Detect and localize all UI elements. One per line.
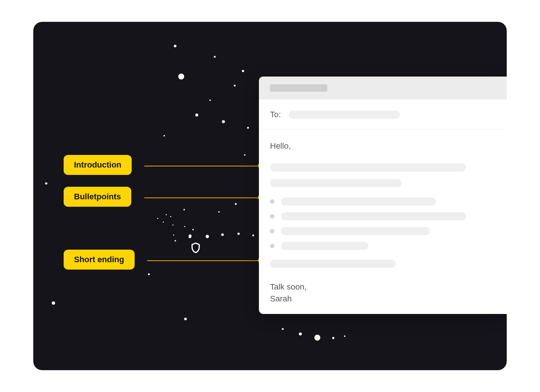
- star-dot: [222, 120, 225, 123]
- annotation-introduction: Introduction: [64, 155, 132, 175]
- star-dot: [282, 328, 284, 330]
- connector-line: [144, 197, 259, 198]
- star-dot: [163, 222, 164, 223]
- star-dot: [183, 209, 185, 210]
- star-dot: [52, 301, 55, 305]
- bullet-dot-icon: [270, 244, 274, 248]
- signoff-line: Talk soon,: [270, 281, 496, 293]
- email-signoff: Talk soon, Sarah: [270, 281, 496, 305]
- bullet-text-placeholder: [281, 242, 368, 250]
- star-dot: [163, 135, 165, 136]
- email-greeting: Hello,: [270, 141, 496, 151]
- star-dot: [175, 240, 176, 241]
- star-dot: [235, 203, 237, 205]
- intro-line: [270, 163, 466, 172]
- star-dot: [195, 114, 198, 116]
- annotation-bulletpoints: Bulletpoints: [64, 187, 131, 207]
- ending-line: [270, 260, 396, 268]
- star-dot: [247, 127, 249, 129]
- star-dot: [209, 99, 211, 101]
- star-dot: [184, 226, 185, 227]
- subject-placeholder: [270, 84, 327, 92]
- star-dot: [214, 56, 216, 58]
- star-dot: [170, 216, 171, 217]
- star-dot: [252, 234, 254, 236]
- star-dot: [178, 74, 184, 80]
- intro-line: [270, 179, 402, 187]
- star-dot: [242, 70, 244, 72]
- star-dot: [148, 273, 150, 275]
- bullet-dot-icon: [270, 229, 274, 233]
- bullet-item: [270, 227, 496, 235]
- star-dot: [234, 85, 236, 87]
- recipient-placeholder: [289, 111, 400, 119]
- star-dot: [221, 233, 224, 236]
- star-dot: [244, 154, 246, 156]
- star-dot: [206, 235, 209, 238]
- bullet-dot-icon: [270, 214, 274, 219]
- bullet-dot-icon: [270, 199, 274, 204]
- star-dot: [157, 218, 158, 219]
- star-dot: [184, 318, 187, 320]
- star-dot: [332, 337, 334, 339]
- illustration-canvas: Introduction Bulletpoints Short ending T…: [33, 22, 507, 370]
- email-to-row: To:: [259, 99, 507, 129]
- star-dot: [192, 229, 194, 230]
- to-label: To:: [270, 110, 281, 119]
- shield-icon: [191, 242, 200, 255]
- star-dot: [344, 335, 345, 337]
- star-dot: [237, 233, 240, 235]
- star-dot: [173, 234, 174, 236]
- email-body: Hello,: [259, 129, 507, 305]
- email-titlebar: [259, 77, 507, 99]
- star-dot: [299, 332, 302, 335]
- connector-line: [144, 166, 259, 166]
- bullet-item: [270, 242, 496, 250]
- star-dot: [189, 234, 192, 237]
- star-dot: [166, 214, 167, 215]
- star-dot: [314, 335, 320, 341]
- connector-line: [147, 260, 259, 261]
- star-dot: [218, 211, 220, 213]
- bullet-text-placeholder: [281, 197, 436, 206]
- bullet-item: [270, 197, 496, 206]
- star-dot: [172, 224, 173, 226]
- signoff-name: Sarah: [270, 293, 496, 305]
- bullet-text-placeholder: [281, 212, 466, 220]
- star-dot: [45, 182, 47, 185]
- bullet-text-placeholder: [281, 227, 430, 235]
- email-compose-card: To: Hello,: [259, 77, 507, 314]
- star-dot: [174, 45, 176, 47]
- annotation-short-ending: Short ending: [64, 250, 135, 270]
- bullet-item: [270, 212, 496, 220]
